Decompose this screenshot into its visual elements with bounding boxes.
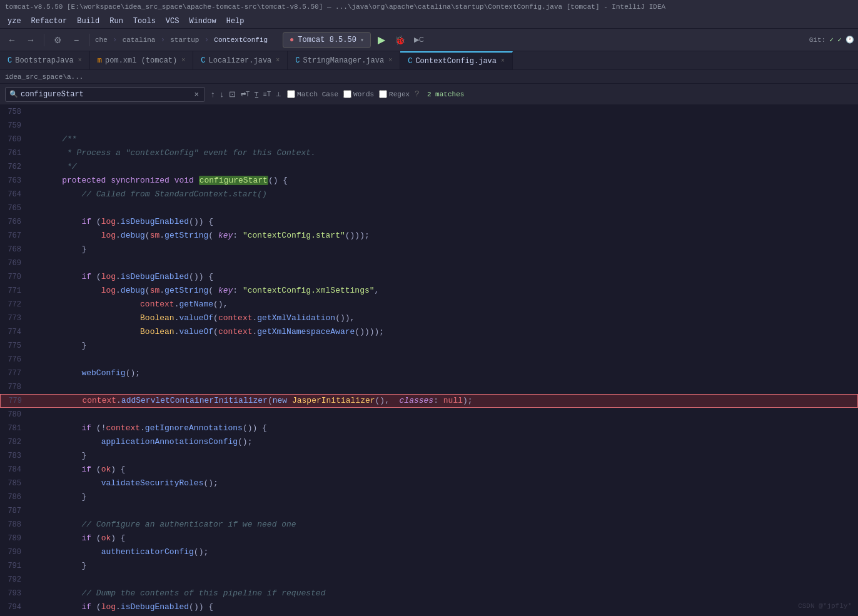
match-case-checkbox[interactable]: [287, 90, 295, 98]
line-code: [40, 408, 48, 422]
regex-option[interactable]: Regex: [379, 90, 410, 98]
search-filter-button1[interactable]: ⇄T: [239, 90, 251, 98]
code-line-789: 789 if (ok) {: [0, 532, 858, 545]
code-line-775: 775 }: [0, 339, 858, 353]
line-number: 763: [0, 176, 31, 185]
line-number: 783: [0, 452, 31, 460]
search-clear-button[interactable]: ×: [192, 89, 201, 99]
code-line-759: 759: [0, 119, 858, 133]
search-next-button[interactable]: ↓: [218, 89, 226, 99]
line-number: 780: [0, 410, 31, 419]
breadcrumb-sep2: ›: [160, 35, 165, 44]
line-code: protected synchronized void configureSta…: [40, 174, 288, 188]
run-config-selector[interactable]: ● Tomcat 8.5.50 ▾: [283, 32, 371, 48]
line-number: 785: [0, 479, 31, 488]
tab-localizer[interactable]: C Localizer.java ×: [193, 51, 288, 70]
menu-refactor[interactable]: Refactor: [26, 16, 73, 27]
git-clock: 🕐: [845, 36, 854, 44]
line-number: 786: [0, 493, 31, 502]
back-button[interactable]: ←: [4, 32, 20, 48]
search-wrap-button[interactable]: ⊡: [227, 89, 238, 99]
code-line-769: 769: [0, 256, 858, 270]
run-button[interactable]: ▶: [373, 32, 390, 48]
code-line-760: 760 /**: [0, 133, 858, 146]
line-code: webConfig();: [40, 366, 140, 380]
code-line-773: 773 Boolean.valueOf(context.getXmlValida…: [0, 311, 858, 325]
search-input[interactable]: [21, 90, 189, 99]
line-code: }: [40, 449, 86, 463]
line-code: [40, 353, 48, 366]
words-label: Words: [353, 91, 374, 98]
regex-label: Regex: [389, 91, 410, 98]
matches-count: 2 matches: [427, 91, 464, 98]
menu-help[interactable]: Help: [221, 16, 250, 27]
line-code: /**: [40, 133, 77, 146]
minimize-button[interactable]: −: [68, 32, 84, 48]
run-config-label: Tomcat 8.5.50: [298, 36, 356, 44]
tab-close-contextconfig[interactable]: ×: [501, 58, 505, 64]
menu-build[interactable]: Build: [72, 16, 104, 27]
breadcrumb-sep3: ›: [204, 35, 209, 44]
line-number: 781: [0, 424, 31, 433]
breadcrumb-contextconfig[interactable]: ContextConfig: [214, 36, 268, 44]
line-code: // Dump the contents of this pipeline if…: [40, 587, 325, 600]
tab-dot-localizer: C: [201, 56, 205, 65]
menu-vcs[interactable]: VCS: [161, 16, 184, 27]
regex-checkbox[interactable]: [379, 90, 387, 98]
line-code: Boolean.valueOf(context.getXmlValidation…: [40, 311, 355, 325]
tab-close-localizer[interactable]: ×: [276, 57, 280, 64]
tab-pom[interactable]: m pom.xml (tomcat) ×: [90, 51, 193, 70]
line-code: log.debug(sm.getString( key: "contextCon…: [40, 229, 370, 243]
tab-label-pom: pom.xml (tomcat): [105, 56, 177, 65]
search-filter-button3[interactable]: ≡T: [261, 90, 273, 98]
breadcrumb-catalina[interactable]: catalina: [123, 36, 156, 44]
code-line-768: 768 }: [0, 243, 858, 256]
menu-tools[interactable]: Tools: [128, 16, 161, 27]
line-number: 775: [0, 341, 31, 350]
menu-yze[interactable]: yze: [3, 16, 26, 27]
match-case-option[interactable]: Match Case: [287, 90, 338, 98]
search-filter-button2[interactable]: T̲: [253, 90, 260, 98]
settings-button[interactable]: ⚙: [49, 32, 66, 48]
line-number: 770: [0, 273, 31, 281]
code-line-758: 758: [0, 105, 858, 119]
tab-close-pom[interactable]: ×: [181, 57, 185, 64]
breadcrumb-path: idea_src_space\a...: [5, 73, 83, 81]
code-line-782: 782 applicationAnnotationsConfig();: [0, 435, 858, 449]
coverage-button[interactable]: ▶C: [411, 32, 427, 48]
search-filter-button4[interactable]: ⊥: [274, 90, 283, 98]
forward-button[interactable]: →: [23, 32, 39, 48]
tab-close-stringmanager[interactable]: ×: [388, 57, 392, 64]
code-editor[interactable]: 758 759 760 /**761 * Process a "contextC…: [0, 105, 858, 616]
code-line-787: 787: [0, 504, 858, 518]
debug-button[interactable]: 🐞: [392, 32, 408, 48]
line-number: 760: [0, 135, 31, 144]
search-prev-button[interactable]: ↑: [209, 89, 217, 99]
line-number: 787: [0, 507, 31, 515]
line-code: }: [40, 559, 86, 573]
code-line-765: 765: [0, 201, 858, 215]
help-icon[interactable]: ?: [415, 89, 420, 99]
breadcrumb-che[interactable]: che: [95, 36, 108, 44]
tab-label-contextconfig: ContextConfig.java: [415, 57, 497, 66]
search-nav-group: ↑ ↓ ⊡ ⇄T T̲ ≡T ⊥: [209, 89, 283, 99]
breadcrumb-startup[interactable]: startup: [170, 36, 199, 44]
tab-close-bootstrap[interactable]: ×: [78, 57, 82, 64]
separator-2: [89, 34, 90, 46]
code-line-792: 792: [0, 573, 858, 587]
menu-run[interactable]: Run: [104, 16, 128, 27]
tab-stringmanager[interactable]: C StringManager.java ×: [288, 51, 400, 70]
code-line-786: 786 }: [0, 490, 858, 504]
menu-window[interactable]: Window: [184, 16, 221, 27]
code-line-790: 790 authenticatorConfig();: [0, 545, 858, 559]
tab-bootstrap[interactable]: C BootstrapJava ×: [0, 51, 90, 70]
line-number: 776: [0, 355, 31, 364]
line-code: }: [40, 339, 86, 353]
words-option[interactable]: Words: [343, 90, 374, 98]
line-number: 790: [0, 548, 31, 557]
tab-contextconfig[interactable]: C ContextConfig.java ×: [400, 51, 513, 70]
words-checkbox[interactable]: [343, 90, 351, 98]
line-code: [40, 201, 48, 215]
code-line-788: 788 // Configure an authenticator if we …: [0, 518, 858, 532]
line-code: [40, 119, 48, 133]
